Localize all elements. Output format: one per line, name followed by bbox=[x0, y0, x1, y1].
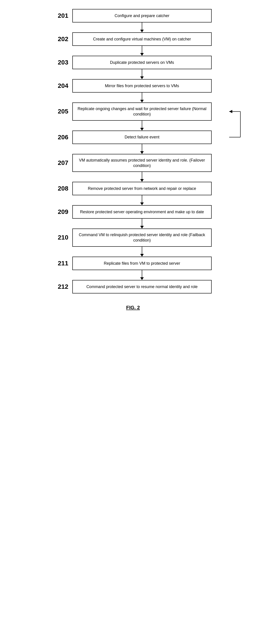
step-row: 207VM automatically assumes protected se… bbox=[54, 154, 212, 172]
arrow-connector bbox=[54, 22, 212, 32]
arrow-connector bbox=[54, 46, 212, 56]
step-row: 202Create and configure virtual machines… bbox=[54, 32, 212, 46]
step-number: 211 bbox=[54, 260, 72, 267]
arrow-connector bbox=[54, 247, 212, 256]
step-box: Duplicate protected servers on VMs bbox=[72, 56, 212, 69]
step-row: 210Command VM to relinquish protected se… bbox=[54, 228, 212, 247]
step-box: Remove protected server from network and… bbox=[72, 182, 212, 195]
step-number: 205 bbox=[54, 108, 72, 115]
step-row: 206Detect failure event bbox=[54, 130, 212, 144]
step-box: Restore protected server operating envir… bbox=[72, 205, 212, 219]
step-row: 201Configure and prepare catcher bbox=[54, 9, 212, 22]
figure-label: FIG. 2 bbox=[126, 305, 140, 310]
step-row: 208Remove protected server from network … bbox=[54, 182, 212, 195]
arrow-connector bbox=[54, 172, 212, 182]
step-number: 210 bbox=[54, 234, 72, 241]
step-number: 207 bbox=[54, 159, 72, 166]
arrow-connector bbox=[54, 195, 212, 205]
arrow-connector bbox=[54, 144, 212, 154]
step-number: 206 bbox=[54, 134, 72, 141]
arrow-connector bbox=[54, 219, 212, 228]
step-number: 209 bbox=[54, 208, 72, 216]
step-number: 204 bbox=[54, 82, 72, 90]
step-row: 209Restore protected server operating en… bbox=[54, 205, 212, 219]
step-row: 205Replicate ongoing changes and wait fo… bbox=[54, 102, 212, 121]
step-box: Command protected server to resume norma… bbox=[72, 280, 212, 294]
step-number: 202 bbox=[54, 36, 72, 43]
feedback-svg bbox=[229, 9, 247, 638]
step-row: 211Replicate files from VM to protected … bbox=[54, 256, 212, 270]
arrow-connector bbox=[54, 92, 212, 102]
step-box: Configure and prepare catcher bbox=[72, 9, 212, 22]
svg-marker-3 bbox=[229, 110, 232, 113]
arrow-connector bbox=[54, 270, 212, 280]
step-number: 208 bbox=[54, 185, 72, 192]
figure-text: FIG. 2 bbox=[126, 305, 140, 310]
arrow-connector bbox=[54, 69, 212, 79]
step-row: 204Mirror files from protected servers t… bbox=[54, 79, 212, 92]
step-row: 203Duplicate protected servers on VMs bbox=[54, 56, 212, 69]
step-box: Mirror files from protected servers to V… bbox=[72, 79, 212, 92]
arrow-connector bbox=[54, 121, 212, 130]
step-box: Replicate ongoing changes and wait for p… bbox=[72, 102, 212, 121]
step-number: 203 bbox=[54, 59, 72, 66]
step-row: 212Command protected server to resume no… bbox=[54, 280, 212, 294]
step-number: 201 bbox=[54, 12, 72, 19]
step-number: 212 bbox=[54, 283, 72, 290]
step-box: Replicate files from VM to protected ser… bbox=[72, 256, 212, 270]
step-box: VM automatically assumes protected serve… bbox=[72, 154, 212, 172]
step-box: Detect failure event bbox=[72, 130, 212, 144]
step-box: Create and configure virtual machines (V… bbox=[72, 32, 212, 46]
step-box: Command VM to relinquish protected serve… bbox=[72, 228, 212, 247]
flowchart: 201Configure and prepare catcher202Creat… bbox=[54, 9, 212, 294]
